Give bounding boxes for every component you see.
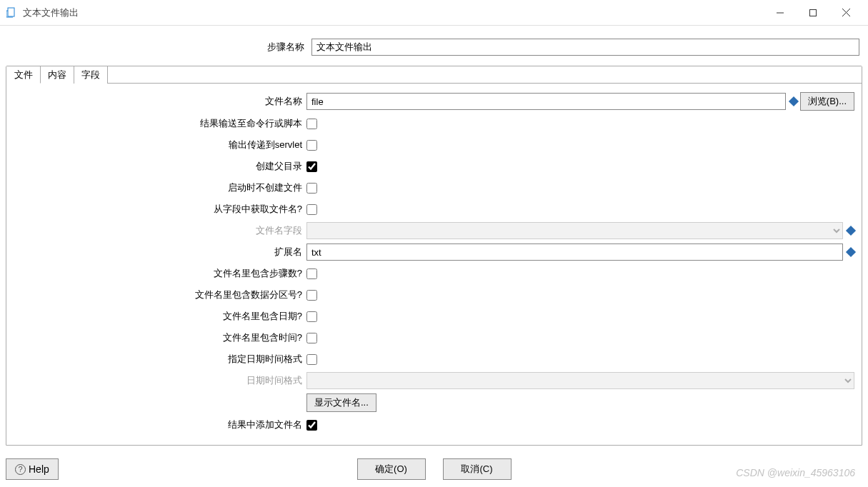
include-date-checkbox[interactable] (306, 311, 317, 322)
bottom-bar: ? Help 确定(O) 取消(C) (6, 458, 862, 480)
svg-rect-0 (8, 8, 14, 16)
help-button[interactable]: ? Help (6, 458, 59, 480)
window-controls (764, 2, 862, 24)
include-partition-label: 文件名里包含数据分区号? (14, 288, 306, 301)
filename-label: 文件名称 (14, 95, 306, 108)
filename-from-field-checkbox[interactable] (306, 204, 317, 215)
tab-fields[interactable]: 字段 (74, 66, 108, 84)
help-icon: ? (15, 464, 26, 475)
close-button[interactable] (829, 2, 862, 24)
include-step-checkbox[interactable] (306, 268, 317, 279)
variable-icon[interactable] (789, 96, 799, 106)
create-parent-checkbox[interactable] (306, 161, 317, 172)
create-parent-label: 创建父目录 (14, 160, 306, 173)
specify-dt-format-label: 指定日期时间格式 (14, 353, 306, 366)
variable-icon[interactable] (846, 247, 856, 257)
output-servlet-checkbox[interactable] (306, 140, 317, 151)
maximize-button[interactable] (797, 2, 829, 24)
filename-from-field-label: 从字段中获取文件名? (14, 203, 306, 216)
specify-dt-format-checkbox[interactable] (306, 354, 317, 365)
add-filename-result-label: 结果中添加文件名 (14, 418, 306, 431)
app-icon (6, 7, 17, 19)
extension-label: 扩展名 (14, 246, 306, 258)
tabs: 文件 内容 字段 (6, 66, 862, 84)
svg-rect-2 (810, 9, 817, 16)
include-time-checkbox[interactable] (306, 333, 317, 343)
titlebar: 文本文件输出 (0, 0, 868, 26)
result-to-cmd-checkbox[interactable] (306, 119, 317, 129)
tabs-container: 文件 内容 字段 文件名称 浏览(B)... 结果输送至命令行或脚本 输出传递到… (6, 66, 862, 446)
filename-input[interactable] (306, 93, 786, 110)
tab-file[interactable]: 文件 (6, 66, 41, 84)
include-time-label: 文件名里包含时间? (14, 331, 306, 344)
add-filename-result-checkbox[interactable] (306, 420, 317, 431)
include-partition-checkbox[interactable] (306, 290, 317, 301)
dt-format-select (306, 372, 854, 389)
no-create-start-checkbox[interactable] (306, 183, 317, 194)
cancel-button[interactable]: 取消(C) (443, 458, 512, 480)
tab-content-file: 文件名称 浏览(B)... 结果输送至命令行或脚本 输出传递到servlet 创… (6, 84, 862, 445)
step-name-label: 步骤名称 (9, 41, 307, 54)
dt-format-label: 日期时间格式 (14, 374, 306, 387)
include-date-label: 文件名里包含日期? (14, 310, 306, 323)
browse-button[interactable]: 浏览(B)... (800, 92, 854, 111)
filename-field-label: 文件名字段 (14, 224, 306, 237)
no-create-start-label: 启动时不创建文件 (14, 181, 306, 194)
result-to-cmd-label: 结果输送至命令行或脚本 (14, 117, 306, 130)
output-servlet-label: 输出传递到servlet (14, 139, 306, 151)
window-title: 文本文件输出 (23, 6, 764, 19)
help-button-label: Help (29, 463, 49, 475)
step-name-row: 步骤名称 (0, 26, 868, 66)
variable-icon[interactable] (846, 226, 856, 236)
step-name-input[interactable] (311, 39, 859, 56)
filename-field-select (306, 222, 843, 239)
show-filename-button[interactable]: 显示文件名... (306, 393, 376, 412)
ok-button[interactable]: 确定(O) (357, 458, 426, 480)
minimize-button[interactable] (764, 2, 797, 24)
include-step-label: 文件名里包含步骤数? (14, 267, 306, 280)
tab-content[interactable]: 内容 (41, 66, 74, 84)
extension-input[interactable] (306, 244, 843, 261)
